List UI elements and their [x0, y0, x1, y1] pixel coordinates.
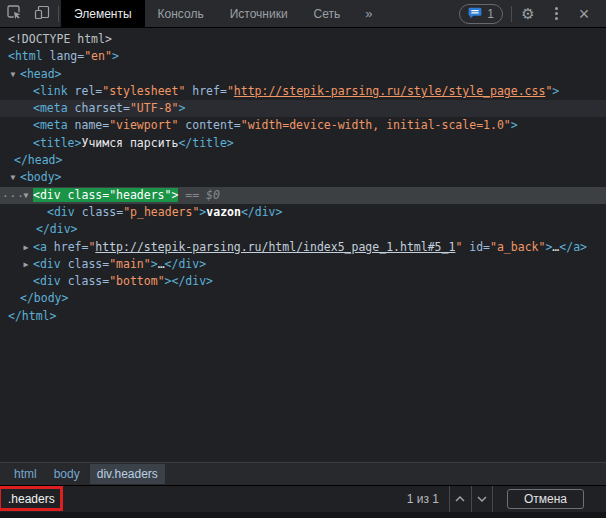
match-counter: 1 из 1 — [397, 492, 449, 506]
breadcrumb-item-html[interactable]: html — [7, 464, 44, 484]
code-token-tag: <div — [33, 274, 68, 288]
code-token-tag: </div> — [172, 274, 214, 288]
dom-tree-row[interactable]: <!DOCTYPE html> — [0, 31, 606, 48]
tab-elements[interactable]: Элементы — [61, 0, 145, 27]
dom-tree-row[interactable]: <div class="p_headers">vazon</div> — [0, 204, 606, 221]
close-devtools-button[interactable]: × — [570, 0, 598, 27]
code-token-attr: name= — [75, 118, 110, 132]
code-line: <link rel="stylesheet" href="http://step… — [0, 83, 606, 100]
code-token-tag: <title> — [33, 136, 81, 150]
code-token-val: "p_headers" — [123, 205, 199, 219]
code-token-attr: id= — [462, 240, 490, 254]
search-input[interactable] — [0, 486, 397, 512]
code-token-val: "bottom" — [109, 274, 164, 288]
code-line: <div class="headers"> == $0 — [0, 187, 606, 204]
more-options-button[interactable] — [542, 0, 570, 27]
code-token-val: "main" — [109, 257, 151, 271]
code-token-tag: </title> — [178, 136, 233, 150]
close-icon: × — [579, 5, 590, 23]
tab-console[interactable]: Консоль — [145, 0, 217, 27]
code-line: <div class="p_headers">vazon</div> — [0, 204, 606, 221]
code-token-tag: </a> — [559, 240, 587, 254]
settings-button[interactable]: ⚙ — [514, 0, 542, 27]
breadcrumb-item-body[interactable]: body — [47, 464, 87, 484]
previous-match-button[interactable] — [449, 486, 471, 512]
issues-counter-button[interactable]: 1 — [459, 4, 503, 24]
dom-tree-row[interactable]: ...▼<div class="headers"> == $0 — [0, 187, 606, 204]
dom-tree-row[interactable]: </body> — [0, 290, 606, 307]
toolbar-right-group: 1 ⚙ × — [459, 0, 606, 27]
dom-tree-row[interactable]: <link rel="stylesheet" href="http://step… — [0, 83, 606, 100]
tab-strip: ЭлементыКонсольИсточникиСеть — [61, 0, 353, 27]
code-line: </head> — [0, 152, 606, 169]
dom-tree-row[interactable]: <meta charset="UTF-8"> — [0, 100, 606, 117]
breadcrumb-bar: htmlbodydiv.headers — [0, 462, 606, 485]
tab-sources[interactable]: Источники — [217, 0, 301, 27]
code-line: <head> — [0, 66, 606, 83]
code-token-tag: <head> — [20, 67, 62, 81]
dom-tree-row[interactable]: </head> — [0, 152, 606, 169]
code-token-tag: > — [511, 118, 518, 132]
code-token-btext: vazon — [206, 205, 241, 219]
breadcrumb-item-div-headers[interactable]: div.headers — [90, 464, 165, 484]
code-token-tag: <meta — [33, 118, 75, 132]
dom-tree-row[interactable]: </html> — [0, 308, 606, 325]
code-line: <body> — [0, 169, 606, 186]
code-token-tag: > — [112, 49, 119, 63]
code-line: <div class="main">…</div> — [0, 256, 606, 273]
inspect-cursor-icon — [6, 4, 22, 24]
code-token-tag: </div> — [36, 222, 78, 236]
code-token-attr: href= — [185, 84, 227, 98]
code-token-tag: <html — [8, 49, 50, 63]
dom-tree-row[interactable]: <div class="bottom"></div> — [0, 273, 606, 290]
dom-tree-row[interactable]: <meta name="viewport" content="width=dev… — [0, 117, 606, 134]
code-token-val: " — [227, 84, 234, 98]
dom-tree-row[interactable]: ▶<a href="http://stepik-parsing.ru/html/… — [0, 239, 606, 256]
dom-tree: <!DOCTYPE html><html lang="en">▼<head><l… — [0, 28, 606, 462]
code-token-attr: content= — [178, 118, 240, 132]
code-token-tag: </div> — [241, 205, 283, 219]
code-token-attr: class= — [82, 205, 124, 219]
code-token-val: "viewport" — [109, 118, 178, 132]
cancel-button[interactable]: Отмена — [507, 489, 584, 509]
code-token-tag: > — [178, 101, 185, 115]
code-token-val: "stylesheet" — [102, 84, 185, 98]
code-token-ellip: … — [158, 257, 165, 271]
code-line: <title>Учимся парсить</title> — [0, 135, 606, 152]
code-token-val: "width=device-width, initial-scale=1.0" — [241, 118, 511, 132]
code-token-val: "a_back" — [490, 240, 545, 254]
code-line: <a href="http://stepik-parsing.ru/html/i… — [0, 239, 606, 256]
devtools-window: ЭлементыКонсольИсточникиСеть » 1 ⚙ — [0, 0, 606, 518]
code-line: <meta charset="UTF-8"> — [0, 100, 606, 117]
next-match-button[interactable] — [471, 486, 493, 512]
gear-icon: ⚙ — [521, 6, 534, 21]
issues-bubble-icon — [468, 7, 482, 20]
dom-tree-row[interactable]: </div> — [0, 221, 606, 238]
dom-tree-row[interactable]: <html lang="en"> — [0, 48, 606, 65]
device-toolbar-button[interactable] — [28, 0, 56, 27]
dom-tree-row[interactable]: ▶<div class="main">…</div> — [0, 256, 606, 273]
code-token-green: <div class="headers"> — [33, 188, 178, 202]
code-line: <div class="bottom"></div> — [0, 273, 606, 290]
issues-count: 1 — [487, 7, 494, 21]
code-token-tag: <body> — [20, 170, 62, 184]
code-token-tag: <link — [33, 84, 75, 98]
tab-network[interactable]: Сеть — [301, 0, 354, 27]
dom-tree-row[interactable]: ▼<body> — [0, 169, 606, 186]
code-token-tag: <meta — [33, 101, 75, 115]
code-token-tag: > — [165, 274, 172, 288]
dom-tree-row[interactable]: <title>Учимся парсить</title> — [0, 135, 606, 152]
code-token-link: http://stepik-parsing.ru/style/style_pag… — [234, 84, 546, 98]
code-token-attr: rel= — [75, 84, 103, 98]
code-token-tag: </body> — [20, 291, 68, 305]
code-token-tag: <div — [47, 205, 82, 219]
code-line: </div> — [0, 221, 606, 238]
code-token-tag: > — [552, 84, 559, 98]
more-tabs-button[interactable]: » — [353, 6, 384, 21]
chevrons-right-icon: » — [365, 6, 372, 21]
find-bar: 1 из 1 Отмена — [0, 485, 606, 512]
chevron-up-icon — [455, 496, 465, 502]
inspect-element-button[interactable] — [0, 0, 28, 27]
code-line: <html lang="en"> — [0, 48, 606, 65]
dom-tree-row[interactable]: ▼<head> — [0, 66, 606, 83]
